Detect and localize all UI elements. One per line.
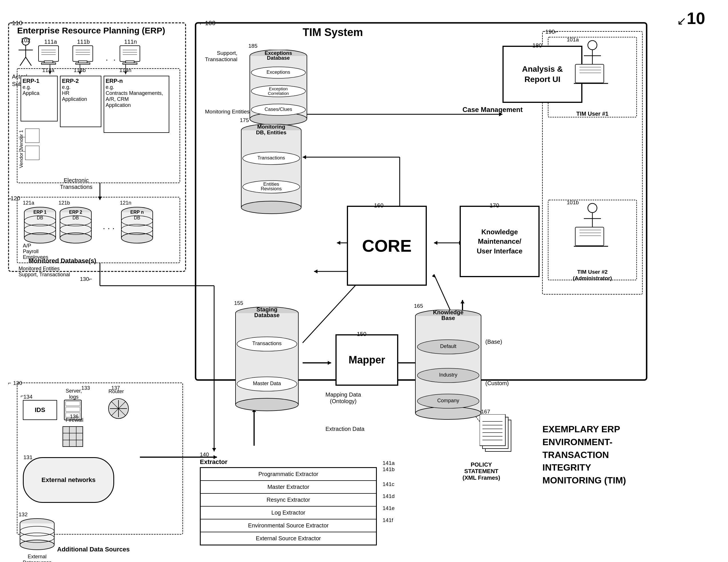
vendor1-label: Vendor 1 — [19, 130, 24, 149]
ext-ref-141b: 141b — [383, 466, 395, 473]
svg-rect-67 — [39, 46, 59, 61]
core-title: CORE — [362, 236, 411, 256]
ext-ref-141f: 141f — [383, 517, 393, 523]
svg-rect-121 — [63, 427, 83, 447]
svg-text:Knowledge: Knowledge — [433, 310, 464, 316]
server-label: Server,logs — [66, 388, 82, 400]
tim-ref-mark: ⌐ — [200, 19, 204, 27]
knowledge-maint-title: KnowledgeMaintenance/User Interface — [477, 227, 522, 256]
ref-190: 190⌐ — [545, 29, 558, 35]
svg-text:Base: Base — [441, 315, 455, 321]
erp-title: Enterprise Resource Planning (ERP) — [17, 26, 165, 35]
svg-text:Monitoring: Monitoring — [257, 124, 285, 130]
extractor-row-4: Log Extractor — [201, 507, 376, 519]
computer-111n — [118, 44, 144, 68]
extractor-row-3: Resync Extractor — [201, 494, 376, 507]
svg-rect-148 — [241, 130, 301, 207]
vendor2-box — [25, 146, 39, 160]
extractor-row-5: Environmental Source Extractor — [201, 519, 376, 532]
cloud-ref: 131 — [23, 454, 33, 461]
svg-marker-17 — [98, 196, 102, 200]
electronic-transactions-label: ElectronicTransactions — [60, 177, 92, 190]
erp-ref-mark: ⌐ — [9, 19, 12, 27]
svg-marker-34 — [434, 241, 437, 245]
tim-ref-num: 100 — [205, 19, 216, 27]
policy-ref: 167 — [481, 409, 490, 415]
svg-text:Default: Default — [440, 344, 456, 349]
svg-rect-75 — [76, 63, 90, 64]
net-ref: 130 — [13, 380, 22, 386]
extractor-row-6: External Source Extractor — [201, 532, 376, 545]
diagram-container: 10 ↙ 110 ⌐ Enterprise Resource Planning … — [0, 0, 728, 562]
ext-ref-141c: 141c — [383, 481, 394, 487]
ids-label: IDS — [35, 406, 45, 414]
mapper-box: Mapper — [335, 334, 398, 386]
net-ref-mark: ⌐ — [8, 380, 11, 386]
arrow-130: 130⌐ — [80, 276, 92, 282]
support-transactional: Support,Transactional — [205, 50, 237, 63]
monitored-ref: 120 — [11, 195, 20, 202]
ap-label: A/P — [23, 243, 31, 249]
svg-rect-79 — [120, 46, 140, 61]
tim-title: TIM System — [303, 26, 363, 39]
computer-111b — [71, 44, 97, 68]
tim-user1-section: TIM User #1 — [548, 40, 637, 120]
svg-text:Correlation: Correlation — [268, 91, 289, 96]
svg-marker-44 — [314, 269, 317, 273]
ext-ref-141e: 141e — [383, 505, 395, 511]
payroll-label: Payroll — [23, 248, 39, 254]
svg-text:Transactions: Transactions — [258, 155, 285, 160]
svg-rect-114 — [66, 407, 80, 412]
erp2-db-cylinder: 121b ERP 2 DB — [59, 200, 93, 248]
core-box: CORE — [347, 206, 427, 286]
svg-rect-113 — [66, 402, 80, 406]
svg-text:Exceptions: Exceptions — [266, 69, 290, 75]
svg-text:ERP 1: ERP 1 — [33, 210, 47, 214]
router-ref: 137 — [111, 385, 120, 391]
external-networks-cloud: External networks — [23, 457, 114, 503]
svg-text:DB, Entities: DB, Entities — [256, 129, 287, 135]
actor-label-num: 102 — [14, 37, 37, 44]
ext-db-ref: 132 — [19, 511, 56, 518]
knowledge-maint-box: KnowledgeMaintenance/User Interface — [460, 206, 540, 277]
svg-text:Company: Company — [437, 398, 459, 404]
extractor-table: Programmatic Extractor Master Extractor … — [200, 467, 377, 545]
extractor-row-1: Programmatic Extractor — [201, 468, 376, 481]
tim-user2-ref: 101b — [567, 199, 579, 206]
mapper-title: Mapper — [349, 354, 385, 366]
ids-box: IDS — [23, 400, 57, 420]
external-networks-label: External networks — [41, 476, 96, 484]
erpn-db-ref: 121n — [120, 200, 154, 206]
kb-custom-label: (Custom) — [485, 380, 509, 387]
svg-marker-51 — [432, 274, 435, 278]
ids-ref-mark: ⌐ — [21, 393, 24, 399]
erpn-app-box: ERP-n e.g.Contracts Managements,A/R, CRM… — [104, 76, 169, 133]
extractor-row-2: Master Extractor — [201, 481, 376, 494]
extractor-section: 140 Extractor Programmatic Extractor Mas… — [200, 451, 377, 545]
arrow-114a: 114a — [42, 67, 54, 73]
extraction-data-label: Extraction Data — [325, 426, 365, 432]
erp1-app-box: ERP-1 e.g.Applica — [21, 76, 58, 121]
svg-text:ERP 2: ERP 2 — [69, 210, 82, 214]
external-db: 132 ExternalDatasources — [19, 511, 56, 562]
erp1-app-title: ERP-1 — [23, 78, 56, 84]
server-ref: 133 — [81, 385, 90, 391]
ext-ref-141a: 141a — [383, 460, 395, 466]
svg-marker-31 — [337, 241, 340, 245]
extractor-ref: 140 — [200, 451, 377, 458]
extractor-title: Extractor — [200, 458, 377, 466]
computer-111a — [37, 44, 63, 68]
exc-db-ref: 185 — [248, 43, 308, 49]
svg-text:DB: DB — [73, 215, 79, 220]
erpn-db-cylinder: 121n ERP n DB — [120, 200, 154, 248]
svg-rect-81 — [123, 63, 137, 64]
svg-marker-21 — [212, 448, 216, 451]
svg-point-174 — [415, 407, 481, 420]
svg-rect-73 — [73, 46, 93, 61]
monitored-entities-label: Monitored EntitiesSupport, Transactional — [19, 266, 70, 278]
erpn-app-title: ERP-n — [106, 78, 167, 84]
svg-text:Industry: Industry — [439, 372, 457, 378]
figure-arrow: ↙ — [677, 14, 687, 27]
svg-marker-38 — [303, 155, 306, 159]
monitoring-entities-label: Monitoring Entities — [205, 109, 250, 115]
